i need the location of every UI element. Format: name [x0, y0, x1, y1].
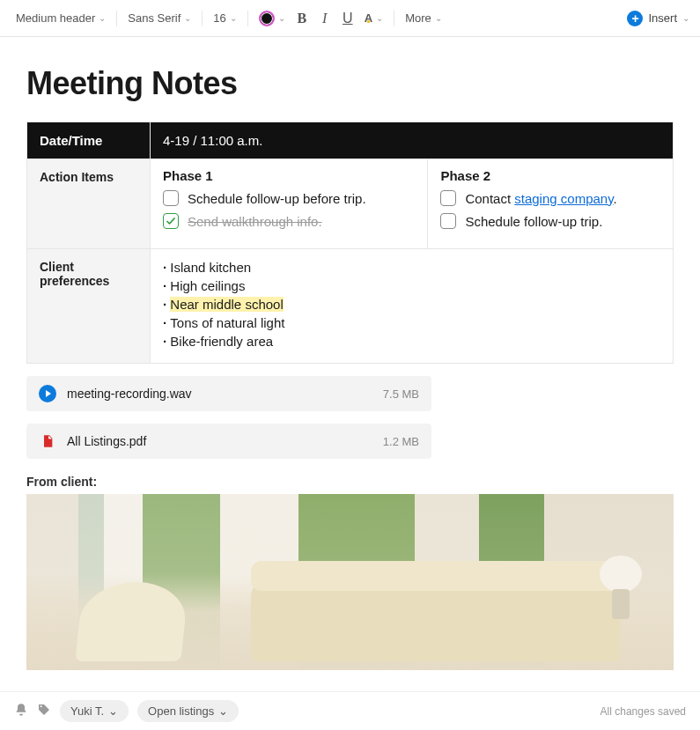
font-family-dropdown[interactable]: Sans Serif ⌄ — [122, 8, 196, 28]
checkbox[interactable] — [440, 190, 456, 206]
separator — [116, 11, 117, 26]
attachment-name: meeting-recording.wav — [67, 387, 372, 401]
checklist-text[interactable]: Send walkthrough info. — [188, 214, 322, 229]
chevron-down-icon: ⌄ — [108, 704, 118, 718]
font-family-label: Sans Serif — [128, 11, 181, 25]
insert-dropdown[interactable]: + Insert ⌄ — [627, 11, 689, 26]
paragraph-style-label: Medium header — [16, 11, 95, 25]
attachment-size: 1.2 MB — [383, 435, 419, 448]
plus-circle-icon: + — [627, 11, 643, 26]
add-tag-icon[interactable] — [37, 703, 51, 719]
client-photo[interactable] — [26, 494, 674, 670]
chevron-down-icon: ⌄ — [376, 13, 383, 23]
status-bar: Yuki T. ⌄ Open listings ⌄ All changes sa… — [0, 691, 700, 730]
checklist-item: Schedule follow-up before trip. — [163, 190, 415, 206]
pref-item[interactable]: Tons of natural light — [163, 313, 660, 332]
italic-button[interactable]: I — [313, 7, 336, 30]
page-title[interactable]: Meeting Notes — [26, 65, 674, 102]
datetime-value[interactable]: 4-19 / 11:00 a.m. — [151, 122, 674, 159]
attachment-name: All Listings.pdf — [67, 434, 372, 448]
text-color-dropdown[interactable]: ⌄ — [254, 7, 291, 30]
checklist-text[interactable]: Contact staging company. — [465, 191, 616, 206]
highlight-icon: A — [365, 11, 372, 25]
phase1-title: Phase 1 — [163, 168, 415, 183]
open-listings-label: Open listings — [148, 704, 214, 718]
font-size-dropdown[interactable]: 16 ⌄ — [208, 8, 241, 28]
chevron-down-icon: ⌄ — [682, 13, 689, 23]
checkbox[interactable] — [440, 213, 456, 229]
checklist-item: Schedule follow-up trip. — [440, 213, 660, 229]
checkbox[interactable] — [163, 213, 179, 229]
client-prefs-cell[interactable]: Island kitchenHigh ceilingsNear middle s… — [151, 249, 674, 364]
notifications-icon[interactable] — [14, 703, 28, 719]
user-name: Yuki T. — [70, 704, 104, 718]
pref-item[interactable]: Island kitchen — [163, 258, 660, 277]
insert-label: Insert — [648, 11, 677, 25]
separator — [394, 11, 394, 26]
document-body[interactable]: Meeting Notes Date/Time 4-19 / 11:00 a.m… — [0, 37, 700, 670]
phase2-title: Phase 2 — [440, 168, 660, 183]
staging-company-link[interactable]: staging company — [514, 191, 613, 206]
from-client-label: From client: — [26, 475, 674, 489]
meeting-table: Date/Time 4-19 / 11:00 a.m. Action Items… — [26, 122, 674, 364]
attachment-size: 7.5 MB — [383, 387, 419, 401]
formatting-toolbar: Medium header ⌄ Sans Serif ⌄ 16 ⌄ ⌄ B I … — [0, 0, 700, 37]
chevron-down-icon: ⌄ — [184, 13, 191, 23]
pref-item[interactable]: Near middle school — [163, 295, 660, 313]
chevron-down-icon: ⌄ — [278, 13, 285, 23]
open-listings-chip[interactable]: Open listings ⌄ — [137, 700, 239, 722]
pref-item[interactable]: High ceilings — [163, 277, 660, 295]
attachment-row[interactable]: meeting-recording.wav7.5 MB — [26, 376, 431, 411]
more-label: More — [405, 11, 431, 25]
photo-chair — [75, 582, 188, 661]
phase1-cell[interactable]: Phase 1 Schedule follow-up before trip.S… — [151, 159, 428, 249]
pdf-icon — [39, 432, 56, 450]
chevron-down-icon: ⌄ — [218, 704, 228, 718]
chevron-down-icon: ⌄ — [435, 13, 442, 23]
attachment-row[interactable]: All Listings.pdf1.2 MB — [26, 424, 431, 459]
photo-sofa — [251, 582, 621, 661]
font-size-label: 16 — [213, 11, 225, 25]
save-status: All changes saved — [601, 705, 686, 718]
phase2-cell[interactable]: Phase 2 Contact staging company.Schedule… — [428, 159, 674, 249]
chevron-down-icon: ⌄ — [230, 13, 237, 23]
datetime-header[interactable]: Date/Time — [27, 122, 151, 159]
checklist-text[interactable]: Schedule follow-up trip. — [465, 214, 602, 229]
photo-lamp — [594, 556, 647, 619]
color-swatch-icon — [259, 11, 275, 26]
checklist-item: Contact staging company. — [440, 190, 660, 206]
checklist-item: Send walkthrough info. — [163, 213, 415, 229]
play-icon — [39, 385, 56, 402]
checklist-text[interactable]: Schedule follow-up before trip. — [188, 191, 366, 206]
checkbox[interactable] — [163, 190, 179, 206]
pref-item[interactable]: Bike-friendly area — [163, 332, 660, 350]
highlight-dropdown[interactable]: A ⌄ — [359, 8, 388, 28]
chevron-down-icon: ⌄ — [99, 13, 106, 23]
bold-button[interactable]: B — [291, 7, 313, 30]
user-chip[interactable]: Yuki T. ⌄ — [60, 700, 129, 722]
action-items-label[interactable]: Action Items — [27, 159, 151, 249]
client-prefs-label[interactable]: Client preferences — [27, 249, 151, 364]
more-formatting-dropdown[interactable]: More ⌄ — [400, 8, 447, 28]
separator — [202, 11, 203, 26]
paragraph-style-dropdown[interactable]: Medium header ⌄ — [11, 8, 111, 28]
separator — [247, 11, 248, 26]
underline-button[interactable]: U — [336, 7, 359, 30]
prefs-list: Island kitchenHigh ceilingsNear middle s… — [163, 258, 660, 350]
